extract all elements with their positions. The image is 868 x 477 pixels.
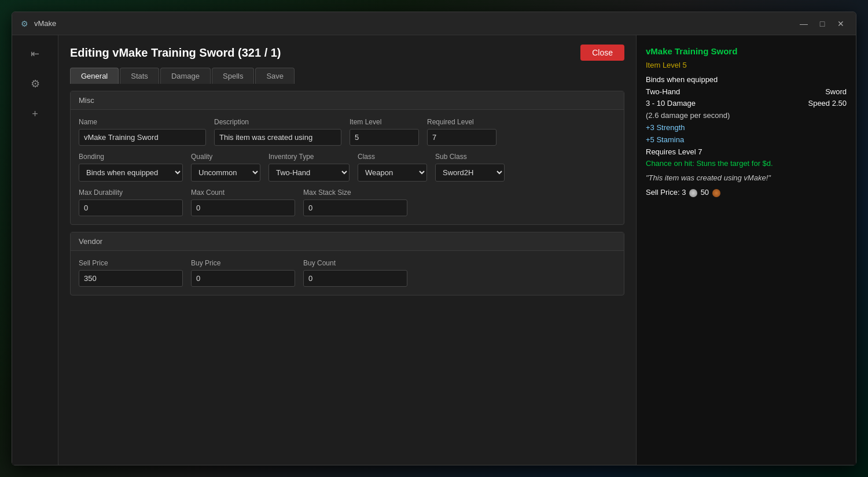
required-level-label: Required Level	[427, 118, 496, 126]
field-group-subclass: Sub Class Sword1H Sword2H Axe1H Axe2H Ma…	[435, 153, 505, 182]
misc-section-header: Misc	[71, 91, 624, 110]
preview-damage: 3 - 10 Damage	[646, 98, 696, 110]
preview-copper-coin	[712, 189, 720, 197]
field-row-3: Max Durability Max Count Max Stack Size	[79, 188, 616, 216]
vendor-section-header: Vendor	[71, 232, 624, 251]
sidebar-settings-button[interactable]: ⚙	[23, 71, 48, 97]
buy-price-input[interactable]	[191, 270, 295, 287]
preview-sell-silver-amount: 3	[682, 188, 686, 197]
field-row-1: Name Description Item Level	[79, 118, 616, 146]
inventory-type-select[interactable]: Non-Equip Head Weapon Two-Hand Main-Hand…	[269, 164, 350, 182]
preview-chance-on-hit: Chance on hit: Stuns the target for $d.	[646, 158, 847, 170]
preview-slot: Two-Hand	[646, 86, 680, 98]
window-close-button[interactable]: ✕	[833, 16, 849, 32]
preview-quote: "This item was created using vMake!"	[646, 172, 847, 184]
field-group-buy-count: Buy Count	[303, 259, 407, 287]
app-window: ⚙ vMake — □ ✕ ⇤ ⚙ + Editing vMake Traini…	[12, 12, 856, 465]
preview-stat1: +3 Strength	[646, 122, 847, 134]
misc-section-body: Name Description Item Level	[71, 110, 624, 224]
item-level-input[interactable]	[350, 129, 419, 146]
misc-section: Misc Name Description	[70, 91, 624, 225]
field-group-bonding: Bonding No Binding Binds when picked up …	[79, 153, 183, 182]
preview-dps: (2.6 damage per second)	[646, 110, 847, 122]
name-label: Name	[79, 118, 206, 126]
preview-sell-price: Sell Price: 3 50	[646, 187, 847, 199]
editor-header: Editing vMake Training Sword (321 / 1) C…	[58, 35, 636, 61]
max-count-input[interactable]	[191, 199, 295, 216]
buy-price-label: Buy Price	[191, 259, 295, 267]
max-stack-size-input[interactable]	[303, 199, 407, 216]
sell-price-input[interactable]	[79, 270, 183, 287]
max-durability-label: Max Durability	[79, 188, 183, 197]
item-level-label: Item Level	[350, 118, 419, 126]
tab-stats[interactable]: Stats	[120, 68, 159, 84]
editor-area: Editing vMake Training Sword (321 / 1) C…	[58, 35, 636, 465]
preview-speed: Speed 2.50	[808, 98, 847, 110]
main-content: ⇤ ⚙ + Editing vMake Training Sword (321 …	[12, 35, 856, 465]
vendor-section: Vendor Sell Price Buy Price	[70, 232, 624, 295]
preview-panel: vMake Training Sword Item Level 5 Binds …	[636, 35, 856, 465]
bonding-select[interactable]: No Binding Binds when picked up Binds wh…	[79, 164, 183, 182]
field-group-max-count: Max Count	[191, 188, 295, 216]
preview-requires-level: Requires Level 7	[646, 146, 847, 158]
tab-damage[interactable]: Damage	[160, 68, 211, 84]
field-row-2: Bonding No Binding Binds when picked up …	[79, 153, 616, 182]
quality-select[interactable]: Poor Common Uncommon Rare Epic Legendary	[191, 164, 260, 182]
class-select[interactable]: Consumable Armor Weapon Quest	[358, 164, 427, 182]
minimize-button[interactable]: —	[796, 16, 812, 32]
inventory-type-label: Inventory Type	[269, 153, 350, 161]
close-item-button[interactable]: Close	[580, 45, 624, 61]
field-group-class: Class Consumable Armor Weapon Quest	[358, 153, 427, 182]
field-group-inventory-type: Inventory Type Non-Equip Head Weapon Two…	[269, 153, 350, 182]
field-group-sell-price: Sell Price	[79, 259, 183, 287]
description-label: Description	[214, 118, 341, 126]
preview-sell-copper-amount: 50	[701, 188, 709, 197]
preview-item-level: Item Level 5	[646, 60, 847, 72]
tab-spells[interactable]: Spells	[212, 68, 254, 84]
tab-save[interactable]: Save	[255, 68, 295, 84]
preview-silver-coin	[689, 189, 697, 197]
bonding-label: Bonding	[79, 153, 183, 161]
title-bar: ⚙ vMake — □ ✕	[12, 12, 856, 35]
subclass-select[interactable]: Sword1H Sword2H Axe1H Axe2H Mace1H Mace2…	[435, 164, 505, 182]
subclass-label: Sub Class	[435, 153, 505, 161]
window-controls: — □ ✕	[796, 16, 849, 32]
sidebar-collapse-button[interactable]: ⇤	[23, 41, 48, 66]
buy-count-input[interactable]	[303, 270, 407, 287]
field-group-max-durability: Max Durability	[79, 188, 183, 216]
preview-slot-type-row: Two-Hand Sword	[646, 86, 847, 98]
field-row-vendor: Sell Price Buy Price Buy Count	[79, 259, 616, 287]
class-label: Class	[358, 153, 427, 161]
buy-count-label: Buy Count	[303, 259, 407, 267]
form-content: Misc Name Description	[58, 84, 636, 465]
maximize-button[interactable]: □	[814, 16, 830, 32]
sidebar: ⇤ ⚙ +	[12, 35, 58, 465]
tabs-bar: General Stats Damage Spells Save	[58, 61, 636, 84]
max-durability-input[interactable]	[79, 199, 183, 216]
field-group-max-stack-size: Max Stack Size	[303, 188, 407, 216]
preview-sell-label: Sell Price:	[646, 188, 680, 197]
preview-stat2: +5 Stamina	[646, 134, 847, 146]
field-group-buy-price: Buy Price	[191, 259, 295, 287]
preview-type: Sword	[825, 86, 847, 98]
sidebar-add-button[interactable]: +	[23, 101, 48, 127]
max-count-label: Max Count	[191, 188, 295, 197]
preview-item-name: vMake Training Sword	[646, 45, 847, 58]
field-group-description: Description	[214, 118, 341, 146]
editor-title: Editing vMake Training Sword (321 / 1)	[70, 46, 569, 60]
description-input[interactable]	[214, 129, 341, 146]
sell-price-label: Sell Price	[79, 259, 183, 267]
max-stack-size-label: Max Stack Size	[303, 188, 407, 197]
field-group-required-level: Required Level	[427, 118, 496, 146]
name-input[interactable]	[79, 129, 206, 146]
app-title: vMake	[34, 19, 796, 28]
field-group-name: Name	[79, 118, 206, 146]
field-group-item-level: Item Level	[350, 118, 419, 146]
quality-label: Quality	[191, 153, 260, 161]
app-icon: ⚙	[19, 19, 30, 29]
required-level-input[interactable]	[427, 129, 496, 146]
tab-general[interactable]: General	[70, 68, 119, 84]
field-group-quality: Quality Poor Common Uncommon Rare Epic L…	[191, 153, 260, 182]
vendor-section-body: Sell Price Buy Price Buy Count	[71, 251, 624, 295]
preview-binds: Binds when equipped	[646, 74, 847, 86]
